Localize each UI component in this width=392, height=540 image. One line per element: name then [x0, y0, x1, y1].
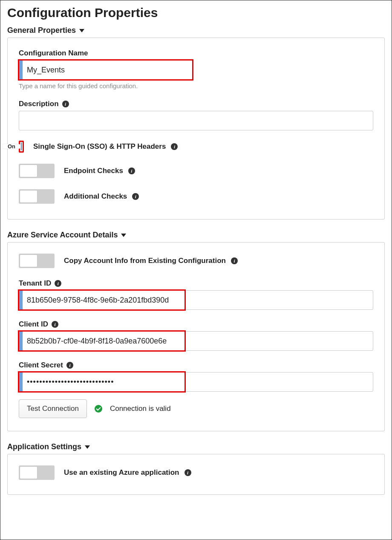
tenant-id-input-wrap	[19, 290, 373, 310]
info-icon[interactable]: i	[66, 362, 73, 369]
info-icon[interactable]: i	[62, 101, 69, 107]
field-tenant-id: Tenant ID i	[19, 279, 373, 310]
section-header-label: Application Settings	[7, 442, 81, 451]
tenant-id-label-text: Tenant ID	[19, 279, 51, 288]
description-label-text: Description	[19, 100, 59, 108]
sso-toggle-label-text: Single Sign-On (SSO) & HTTP Headers	[33, 142, 166, 151]
description-input-wrap	[19, 111, 373, 130]
use-existing-toggle[interactable]	[19, 465, 55, 480]
chevron-down-icon	[121, 234, 126, 237]
additional-toggle-label: Additional Checks i	[64, 192, 139, 201]
info-icon[interactable]: i	[184, 469, 191, 476]
description-label: Description i	[19, 100, 373, 108]
description-input[interactable]	[19, 111, 373, 130]
row-sso-toggle: On Single Sign-On (SSO) & HTTP Headers i	[19, 141, 373, 153]
config-name-input[interactable]	[19, 60, 193, 80]
use-existing-toggle-label: Use an existing Azure application i	[64, 468, 191, 477]
sso-toggle[interactable]: On	[21, 142, 22, 150]
connection-status-text: Connection is valid	[110, 404, 171, 413]
client-secret-input-wrap	[19, 372, 373, 392]
page-title: Configuration Properties	[7, 6, 385, 20]
client-secret-label-text: Client Secret	[19, 361, 63, 370]
endpoint-toggle-label-text: Endpoint Checks	[64, 167, 123, 175]
section-header-app-settings[interactable]: Application Settings	[7, 442, 385, 451]
client-id-input[interactable]	[19, 331, 373, 351]
client-id-label-text: Client ID	[19, 320, 48, 329]
panel-app-settings: Use an existing Azure application i	[7, 454, 385, 495]
client-secret-input[interactable]	[19, 372, 373, 392]
field-client-id: Client ID i	[19, 320, 373, 351]
copy-account-toggle-label: Copy Account Info from Existing Configur…	[64, 257, 238, 265]
sso-toggle-label: Single Sign-On (SSO) & HTTP Headers i	[33, 142, 178, 151]
test-connection-button[interactable]: Test Connection	[19, 399, 87, 418]
panel-general: Configuration Name Type a name for this …	[7, 38, 385, 219]
config-name-help: Type a name for this guided configuratio…	[19, 82, 373, 90]
row-endpoint-toggle: Endpoint Checks i	[19, 164, 373, 178]
field-description: Description i	[19, 100, 373, 130]
additional-toggle[interactable]	[19, 189, 55, 204]
section-header-azure[interactable]: Azure Service Account Details	[7, 231, 385, 240]
client-id-input-wrap	[19, 331, 373, 351]
chevron-down-icon	[85, 445, 90, 449]
highlight-box: On	[19, 141, 24, 153]
field-config-name: Configuration Name Type a name for this …	[19, 49, 373, 90]
info-icon[interactable]: i	[132, 193, 139, 200]
endpoint-toggle[interactable]	[19, 164, 55, 178]
info-icon[interactable]: i	[128, 167, 135, 174]
section-header-general[interactable]: General Properties	[7, 26, 385, 35]
additional-toggle-label-text: Additional Checks	[64, 192, 127, 201]
copy-account-toggle-label-text: Copy Account Info from Existing Configur…	[64, 257, 226, 265]
section-header-label: Azure Service Account Details	[7, 231, 118, 240]
row-use-existing-toggle: Use an existing Azure application i	[19, 465, 373, 480]
client-secret-label: Client Secret i	[19, 361, 373, 370]
config-name-label: Configuration Name	[19, 49, 373, 58]
config-name-input-wrap	[19, 60, 193, 80]
info-icon[interactable]: i	[231, 257, 238, 264]
toggle-knob	[20, 191, 37, 202]
client-id-label: Client ID i	[19, 320, 373, 329]
page: Configuration Properties General Propert…	[0, 0, 392, 540]
endpoint-toggle-label: Endpoint Checks i	[64, 167, 135, 175]
toggle-knob	[20, 165, 37, 177]
check-circle-icon	[95, 405, 102, 413]
toggle-knob	[20, 255, 37, 267]
tenant-id-input[interactable]	[19, 290, 373, 310]
section-header-label: General Properties	[7, 26, 76, 35]
info-icon[interactable]: i	[52, 321, 58, 328]
test-connection-row: Test Connection Connection is valid	[19, 399, 373, 418]
row-additional-toggle: Additional Checks i	[19, 189, 373, 204]
toggle-knob: On	[3, 144, 20, 149]
row-copy-toggle: Copy Account Info from Existing Configur…	[19, 254, 373, 268]
field-client-secret: Client Secret i	[19, 361, 373, 392]
panel-azure: Copy Account Info from Existing Configur…	[7, 242, 385, 431]
info-icon[interactable]: i	[171, 143, 178, 150]
chevron-down-icon	[79, 29, 84, 32]
toggle-knob	[20, 467, 37, 479]
info-icon[interactable]: i	[55, 280, 61, 287]
copy-account-toggle[interactable]	[19, 254, 55, 268]
tenant-id-label: Tenant ID i	[19, 279, 373, 288]
use-existing-toggle-label-text: Use an existing Azure application	[64, 468, 179, 477]
